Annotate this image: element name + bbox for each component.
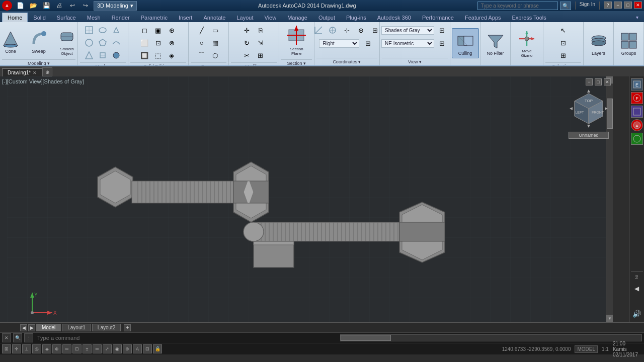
mesh-btn8[interactable]: [110, 37, 123, 49]
signin-btn[interactable]: Sign In: [580, 2, 595, 10]
snap-status-icon[interactable]: ✛: [12, 344, 21, 353]
nav-left-btn[interactable]: ◀: [631, 283, 643, 295]
groups-btn[interactable]: Groups: [615, 28, 642, 58]
scroll-left-btn[interactable]: ◀: [20, 324, 27, 331]
maximize-btn[interactable]: □: [624, 2, 632, 9]
new-tab-btn[interactable]: ⊕: [42, 67, 52, 76]
model-tab[interactable]: Model: [36, 324, 61, 331]
app-btn2[interactable]: F: [631, 92, 643, 104]
ann-status-icon[interactable]: A: [133, 344, 142, 353]
tab-solid[interactable]: Solid: [28, 13, 51, 22]
undo-btn[interactable]: ↩: [67, 1, 77, 11]
coord-btn2[interactable]: [326, 24, 339, 36]
tab-view[interactable]: View: [259, 13, 282, 22]
layout2-tab[interactable]: Layout2: [92, 324, 121, 331]
sound-btn[interactable]: 🔊: [631, 308, 643, 320]
draw-btn6[interactable]: ⬡: [209, 49, 222, 61]
tab-performance[interactable]: Performance: [417, 13, 459, 22]
sel-btn1[interactable]: ↖: [557, 24, 570, 36]
cmd-search-btn[interactable]: 🔍: [13, 333, 22, 342]
se-btn3[interactable]: 🔲: [138, 49, 151, 61]
section-plane-btn[interactable]: SectionPlane: [283, 24, 310, 58]
tab-home[interactable]: Home: [2, 13, 28, 22]
modeling-panel-label[interactable]: Modeling ▾: [2, 59, 75, 66]
3dosnap-status-icon[interactable]: ⊕: [52, 344, 61, 353]
new-btn[interactable]: 📄: [15, 1, 25, 11]
move-gizmo-btn[interactable]: MoveGizmo: [513, 26, 540, 60]
ortho-status-icon[interactable]: ⊥: [22, 344, 31, 353]
se-btn9[interactable]: ◈: [165, 49, 178, 61]
add-layout-btn[interactable]: +: [124, 324, 131, 331]
draw-btn1[interactable]: ╱: [195, 24, 208, 36]
sel-btn3[interactable]: ⊞: [557, 49, 570, 61]
mod-btn1[interactable]: ✛: [240, 24, 254, 36]
wsm-status-icon[interactable]: ⊟: [143, 344, 152, 353]
mod-btn6[interactable]: ⊞: [254, 49, 267, 61]
draw-panel-label[interactable]: Draw ▾: [191, 62, 226, 66]
tab-autodesk360[interactable]: Autodesk 360: [372, 13, 417, 22]
mesh-btn1[interactable]: [83, 24, 96, 36]
save-btn[interactable]: 💾: [41, 1, 51, 11]
iso-extra-btn[interactable]: ⊞: [435, 37, 448, 49]
draw-btn5[interactable]: ▦: [209, 37, 222, 49]
cmd-close-btn[interactable]: ✕: [2, 333, 11, 342]
lineweight-status-icon[interactable]: ═: [93, 344, 102, 353]
help-btn[interactable]: ?: [604, 2, 612, 9]
model-indicator[interactable]: MODEL: [575, 345, 598, 353]
tab-parametric[interactable]: Parametric: [135, 13, 173, 22]
shading-extra-btn[interactable]: ⊞: [435, 24, 448, 36]
se-btn4[interactable]: ▣: [151, 24, 165, 36]
se-btn1[interactable]: ◻: [138, 24, 151, 36]
mesh-btn4[interactable]: [96, 24, 109, 36]
panel-toggle-btn[interactable]: ▾: [632, 12, 642, 22]
mesh-btn2[interactable]: [83, 37, 96, 49]
open-btn[interactable]: 📂: [28, 1, 38, 11]
view-dropdown[interactable]: Right Top Front: [319, 39, 359, 48]
layout1-tab[interactable]: Layout1: [62, 324, 91, 331]
view-panel-label[interactable]: View ▾: [382, 58, 448, 64]
cone-btn[interactable]: Cone: [0, 26, 24, 56]
section-panel-label[interactable]: Section ▾: [281, 59, 312, 66]
tab-manage[interactable]: Manage: [282, 13, 313, 22]
plot-btn[interactable]: 🖨: [54, 1, 64, 11]
layers-btn[interactable]: Layers: [585, 28, 612, 58]
tab-output[interactable]: Output: [313, 13, 341, 22]
tab-express[interactable]: Express Tools: [507, 13, 552, 22]
viewcube-name[interactable]: Unnamed: [569, 132, 609, 139]
dynmode-status-icon[interactable]: ±: [83, 344, 92, 353]
viewcube[interactable]: TOP LEFT FRONT Unnamed: [569, 88, 609, 134]
culling-btn[interactable]: Culling: [452, 28, 479, 58]
otrack-status-icon[interactable]: ∞: [62, 344, 71, 353]
tab-render[interactable]: Render: [106, 13, 135, 22]
coord-btn3[interactable]: ⊹: [340, 24, 353, 36]
smooth-btn[interactable]: SmoothObject: [53, 24, 80, 58]
minimize-btn[interactable]: −: [614, 2, 622, 9]
app-btn1[interactable]: E: [631, 78, 643, 90]
command-input[interactable]: [35, 334, 338, 342]
viewport[interactable]: [-][Custom View][Shades of Gray] − □ ✕ T…: [0, 76, 613, 322]
scroll-right-btn[interactable]: ▶: [28, 324, 35, 331]
osnap-status-icon[interactable]: ◈: [42, 344, 51, 353]
cmd-settings-btn[interactable]: ⋮: [24, 333, 33, 342]
mesh-btn3[interactable]: [83, 49, 96, 61]
vp-maximize-btn[interactable]: □: [595, 78, 602, 85]
modify-panel-label[interactable]: Modify ▾: [231, 62, 277, 66]
doc-tab-drawing1[interactable]: Drawing1* ✕: [2, 68, 42, 76]
se-btn2[interactable]: ⬜: [138, 37, 151, 49]
vp-close-btn[interactable]: ✕: [604, 78, 611, 85]
tab-mesh[interactable]: Mesh: [82, 13, 106, 22]
mesh-btn6[interactable]: [96, 49, 109, 61]
se-btn5[interactable]: ⊡: [151, 37, 165, 49]
tab-featured[interactable]: Featured Apps: [459, 13, 507, 22]
tab-layout[interactable]: Layout: [231, 13, 259, 22]
coord-extra-btn[interactable]: ⊞: [361, 37, 374, 49]
mod-btn4[interactable]: ⎘: [254, 24, 267, 36]
tab-annotate[interactable]: Annotate: [198, 13, 231, 22]
shading-dropdown[interactable]: Shades of Gray Realistic Wireframe: [381, 26, 434, 35]
mesh-btn7[interactable]: [110, 24, 123, 36]
cmd-scroll-thumb[interactable]: [341, 335, 391, 341]
se-btn6[interactable]: ⬚: [151, 49, 165, 61]
app-btn5[interactable]: [631, 133, 643, 145]
sweep-btn[interactable]: Sweep: [25, 26, 52, 56]
redo-btn[interactable]: ↪: [80, 1, 91, 11]
